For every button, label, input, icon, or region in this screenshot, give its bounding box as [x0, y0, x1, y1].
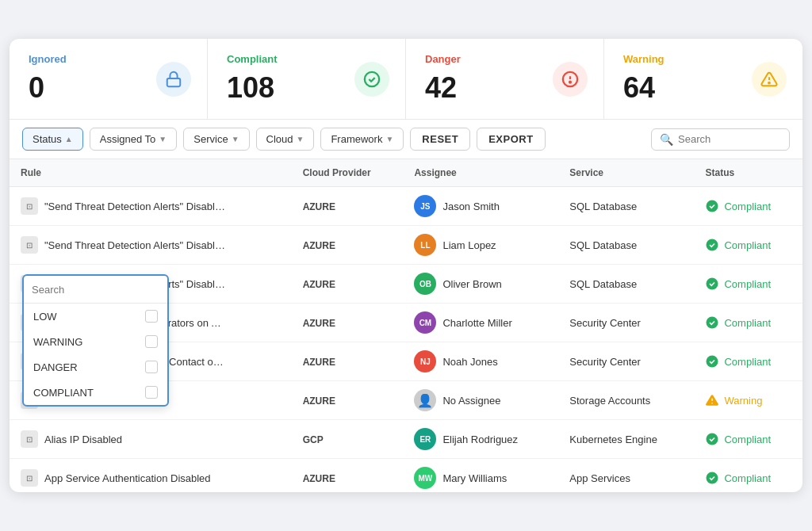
cloud-badge: GCP	[303, 434, 324, 445]
cloud-badge: AZURE	[303, 318, 335, 329]
svg-point-1	[365, 71, 379, 86]
assignee-cell: NJ Noah Jones	[403, 342, 558, 381]
rule-text: Alias IP Disabled	[44, 434, 122, 445]
status-text: Compliant	[724, 278, 771, 290]
avatar: MW	[414, 467, 436, 489]
dropdown-item-compliant[interactable]: COMPLIANT	[24, 380, 167, 405]
status-cell: Warning	[694, 381, 802, 420]
th-status: Status	[694, 159, 802, 187]
assignee-name: Jason Smith	[442, 201, 500, 212]
dropdown-item-label: DANGER	[33, 361, 78, 373]
dropdown-search-input[interactable]	[32, 284, 159, 296]
dropdown-item-label: LOW	[33, 311, 57, 323]
framework-filter-btn[interactable]: Framework ▼	[320, 128, 404, 151]
dropdown-item-danger[interactable]: DANGER	[24, 354, 167, 380]
cloud-cell: AZURE	[292, 381, 404, 420]
table-row[interactable]: ⊡ Alias IP Disabled GCP ER Elijah Rodrig…	[10, 420, 802, 459]
status-text: Warning	[724, 395, 762, 407]
status-text: Compliant	[724, 317, 771, 329]
checkbox-icon[interactable]	[145, 361, 158, 373]
dropdown-item-low[interactable]: LOW	[24, 304, 167, 329]
rule-icon: ⊡	[21, 430, 38, 448]
summary-card-warning: Warning 64	[604, 39, 802, 119]
search-wrap: 🔍	[651, 128, 790, 151]
status-cell: Compliant	[694, 226, 802, 265]
dropdown-search-wrap	[24, 276, 167, 304]
summary-row: Ignored 0 Compliant 108 Danger 42 Warnin…	[10, 39, 802, 120]
status-cell: Compliant	[694, 342, 802, 381]
card-icon-compliant	[354, 62, 389, 97]
summary-card-ignored: Ignored 0	[10, 39, 208, 119]
svg-point-7	[707, 201, 718, 212]
service-cell: Kubernetes Engine	[558, 420, 694, 459]
avatar: ER	[414, 428, 436, 450]
assignee-name: Noah Jones	[442, 356, 497, 368]
status-cell: Compliant	[694, 304, 802, 342]
reset-btn[interactable]: RESET	[410, 128, 470, 151]
card-icon-ignored	[156, 62, 191, 97]
status-cell: Compliant	[694, 265, 802, 304]
dropdown-item-label: WARNING	[33, 336, 82, 348]
checkbox-icon[interactable]	[145, 310, 158, 323]
card-icon-warning	[752, 62, 787, 97]
rule-cell: ⊡ "Send Threat Detection Alerts" Disable…	[10, 187, 292, 226]
chevron-up-icon: ▲	[65, 135, 73, 143]
cloud-cell: AZURE	[292, 265, 404, 304]
card-icon-danger	[553, 62, 588, 97]
assigned-to-filter-btn[interactable]: Assigned To ▼	[90, 128, 178, 151]
cloud-cell: GCP	[292, 420, 404, 459]
status-filter-btn[interactable]: Status ▲	[22, 128, 83, 151]
chevron-down-icon: ▼	[159, 135, 167, 143]
table-row[interactable]: ⊡ "Send Threat Detection Alerts" Disable…	[10, 187, 802, 226]
rule-icon: ⊡	[21, 469, 38, 487]
assignee-cell: MW Mary Williams	[403, 459, 558, 493]
avatar: NJ	[414, 350, 436, 372]
status-cell: Compliant	[694, 187, 802, 226]
cloud-cell: AZURE	[292, 342, 404, 381]
status-text: Compliant	[724, 472, 771, 484]
dropdown-item-label: COMPLIANT	[33, 387, 94, 399]
cloud-cell: AZURE	[292, 226, 404, 265]
dropdown-item-warning[interactable]: WARNING	[24, 329, 167, 354]
rule-text: App Service Authentication Disabled	[44, 472, 211, 484]
cloud-filter-btn[interactable]: Cloud ▼	[256, 128, 315, 151]
assignee-name: Elijah Rodriguez	[442, 434, 518, 445]
rule-text: "Send Threat Detection Alerts" Disabled …	[44, 239, 227, 251]
main-container: Ignored 0 Compliant 108 Danger 42 Warnin…	[10, 39, 802, 492]
search-input[interactable]	[678, 133, 781, 145]
cloud-badge: AZURE	[303, 473, 335, 484]
svg-point-8	[707, 239, 718, 251]
assignee-name: Oliver Brown	[442, 278, 501, 290]
assignee-cell: CM Charlotte Miller	[403, 304, 558, 342]
checkbox-icon[interactable]	[145, 386, 158, 399]
avatar-no-assignee: 👤	[414, 389, 436, 411]
assignee-cell: ER Elijah Rodriguez	[403, 420, 558, 459]
status-filter-label: Status	[33, 133, 62, 145]
svg-point-10	[707, 317, 718, 329]
service-filter-btn[interactable]: Service ▼	[183, 128, 249, 151]
rule-icon: ⊡	[21, 197, 38, 215]
status-text: Compliant	[724, 239, 771, 251]
service-cell: SQL Database	[558, 226, 694, 265]
status-cell: Compliant	[694, 420, 802, 459]
export-btn[interactable]: EXPORT	[477, 128, 545, 151]
filter-row: Status ▲ Assigned To ▼ Service ▼ Cloud ▼…	[10, 120, 802, 159]
cloud-label: Cloud	[266, 133, 293, 145]
svg-point-4	[569, 81, 571, 82]
svg-rect-0	[167, 78, 181, 86]
table-header: RuleCloud ProviderAssigneeServiceStatus	[10, 159, 802, 187]
status-cell: Compliant	[694, 459, 802, 493]
cloud-badge: AZURE	[303, 395, 335, 407]
assignee-cell: LL Liam Lopez	[403, 226, 558, 265]
search-icon: 🔍	[660, 133, 673, 146]
service-cell: Security Center	[558, 304, 694, 342]
svg-point-13	[712, 403, 714, 404]
rule-cell: ⊡ Alias IP Disabled	[10, 420, 292, 459]
table-row[interactable]: ⊡ App Service Authentication Disabled AZ…	[10, 459, 802, 493]
rule-icon: ⊡	[21, 236, 38, 254]
rule-cell: ⊡ App Service Authentication Disabled	[10, 459, 292, 493]
table-row[interactable]: ⊡ "Send Threat Detection Alerts" Disable…	[10, 226, 802, 265]
checkbox-icon[interactable]	[145, 335, 158, 348]
assignee-cell: JS Jason Smith	[403, 187, 558, 226]
assignee-cell: 👤 No Assignee	[403, 381, 558, 420]
